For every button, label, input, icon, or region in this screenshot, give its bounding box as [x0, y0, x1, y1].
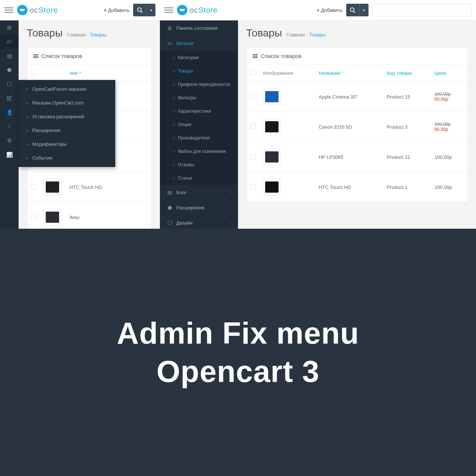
nav-blog[interactable]: ▤Блог› [160, 185, 238, 200]
list-icon [33, 54, 38, 58]
product-model: Product 1 [383, 172, 431, 202]
add-button[interactable]: +Добавить [104, 7, 129, 13]
caret-down-icon: ▾ [360, 4, 369, 16]
product-model: Product 15 [383, 82, 431, 112]
nav-sales-icon[interactable]: 🛒 [0, 91, 19, 105]
nav-dashboard-icon[interactable]: ⊞ [0, 20, 19, 35]
nav-extensions[interactable]: ⬣Расширения› [160, 200, 238, 215]
nav-catalog[interactable]: 🏷Каталог⌄ [160, 36, 238, 51]
search-icon [350, 7, 356, 13]
main-content: Товары Главная·Товары Список товаров [19, 20, 160, 229]
checkbox[interactable] [31, 214, 36, 219]
nav-book-icon[interactable]: ▤ [0, 49, 19, 63]
topbar: ocStore +Добавить ▾ [0, 0, 160, 20]
product-price: 100.00р80.00р [431, 112, 467, 142]
product-name: HTC Touch HD [66, 172, 151, 202]
checkbox[interactable] [250, 154, 255, 159]
flyout-item[interactable]: Магазин OpenCart.com [19, 96, 115, 110]
sidenav-subitem[interactable]: Опции [160, 118, 238, 131]
col-name-peek[interactable]: ние ^ [66, 65, 151, 82]
nav-share-icon[interactable]: ⠪ [0, 119, 19, 134]
crumb-current[interactable]: Товары [90, 32, 106, 38]
list-icon [253, 54, 258, 58]
breadcrumb: Главная·Товары [286, 32, 326, 38]
checkbox-all[interactable] [31, 70, 36, 75]
nav-catalog-icon[interactable]: 🏷 [0, 35, 19, 49]
table-row: HP LP3065 Product 21 100.00р [247, 142, 467, 172]
product-name: Canon EOS 5D [315, 112, 383, 142]
nav-settings-icon[interactable]: ⚙ [0, 134, 19, 148]
crumb-current[interactable]: Товары [309, 32, 326, 38]
svg-point-0 [138, 8, 141, 12]
flyout-item[interactable]: Модификаторы [19, 137, 115, 151]
list-title: Список товаров [41, 53, 82, 59]
hamburger-icon[interactable] [4, 6, 13, 15]
nav-reports-icon[interactable]: 📊 [0, 148, 19, 162]
logo[interactable]: ocStore [177, 5, 218, 15]
product-name: Apple Cinema 30" [315, 82, 383, 112]
checkbox[interactable] [250, 184, 255, 189]
svg-line-3 [354, 11, 355, 13]
logo[interactable]: ocStore [17, 5, 58, 15]
sidenav-subitem[interactable]: Отзывы [160, 158, 238, 171]
col-price[interactable]: Цена [431, 65, 467, 82]
main-content-right: Товары Главная·Товары Список товаров Изо… [238, 20, 476, 229]
search-button[interactable]: ▾ [346, 4, 369, 16]
product-name: HP LP3065 [315, 142, 383, 172]
sidenav-subitem[interactable]: Товары [160, 64, 238, 78]
checkbox[interactable] [250, 94, 255, 99]
product-thumb [263, 89, 281, 105]
sidenav-subitem[interactable]: Фильтры [160, 91, 238, 104]
product-price: 100.00р [431, 172, 467, 202]
table-row: HTC Touch HD Product 1 100.00р [247, 172, 467, 202]
sidenav: ⊞Панель состояния 🏷Каталог⌄ КатегорииТов… [160, 20, 238, 229]
product-name: HTC Touch HD [315, 172, 383, 202]
search-button[interactable]: ▾ [133, 4, 155, 16]
search-input[interactable] [372, 4, 472, 16]
product-thumb [44, 209, 61, 225]
sidenav-subitem[interactable]: Статьи [160, 171, 238, 185]
product-model: Product 3 [383, 112, 431, 142]
product-price: 100.00р90.00р [431, 82, 467, 112]
flyout-item[interactable]: События [19, 151, 115, 165]
product-price: 100.00р [431, 142, 467, 172]
caret-down-icon: ▾ [147, 4, 155, 16]
nav-extensions-icon[interactable]: ⬣ [0, 63, 19, 77]
sidenav-subitem[interactable]: Файлы для скачивания [160, 145, 238, 158]
product-thumb [263, 119, 281, 135]
breadcrumb: Главная·Товары [67, 32, 106, 38]
hamburger-icon[interactable] [164, 6, 173, 15]
sidenav-subitem[interactable]: Характеристики [160, 104, 238, 118]
logo-icon [17, 5, 28, 15]
col-model[interactable]: Код товара [383, 65, 431, 82]
screenshot-right: ocStore +Добавить ▾ ⊞Панель состояния 🏷К… [160, 0, 476, 229]
page-title: Товары [27, 27, 62, 39]
checkbox-all[interactable] [250, 70, 255, 75]
product-thumb [44, 179, 61, 195]
sidenav-subitem[interactable]: Категории [160, 51, 238, 64]
nav-design[interactable]: 🖵Дизайн› [160, 215, 238, 229]
add-button[interactable]: +Добавить [316, 7, 342, 13]
svg-point-2 [350, 8, 354, 12]
sidenav-subitem[interactable]: Производители [160, 131, 238, 145]
list-card: Список товаров Изображение Название^ Код… [246, 47, 468, 203]
flyout-item[interactable]: OpenCartForum магазин [19, 82, 115, 96]
checkbox[interactable] [250, 124, 255, 129]
col-name[interactable]: Название^ [315, 65, 383, 82]
iconbar: ⊞ 🏷 ▤ ⬣ 🖵 🛒 👤 ⠪ ⚙ 📊 [0, 20, 19, 229]
product-thumb [263, 149, 281, 165]
nav-dashboard[interactable]: ⊞Панель состояния [160, 20, 238, 36]
crumb-home[interactable]: Главная [67, 32, 85, 38]
product-name: iMac [66, 202, 151, 229]
flyout-item[interactable]: Установка расширений [19, 110, 115, 123]
flyout-menu: OpenCartForum магазинМагазин OpenCart.co… [19, 80, 115, 167]
crumb-home[interactable]: Главная [286, 32, 305, 38]
checkbox[interactable] [31, 184, 36, 189]
table-row: Apple Cinema 30" Product 15 100.00р90.00… [247, 82, 467, 112]
sidenav-subitem[interactable]: Профили периодичности [160, 78, 238, 91]
nav-design-icon[interactable]: 🖵 [0, 77, 19, 91]
screenshot-left: ocStore +Добавить ▾ ⊞ 🏷 ▤ ⬣ 🖵 🛒 👤 ⠪ ⚙ 📊 [0, 0, 160, 229]
nav-users-icon[interactable]: 👤 [0, 105, 19, 119]
topbar-right: ocStore +Добавить ▾ [160, 0, 476, 20]
flyout-item[interactable]: Расширения [19, 123, 115, 137]
